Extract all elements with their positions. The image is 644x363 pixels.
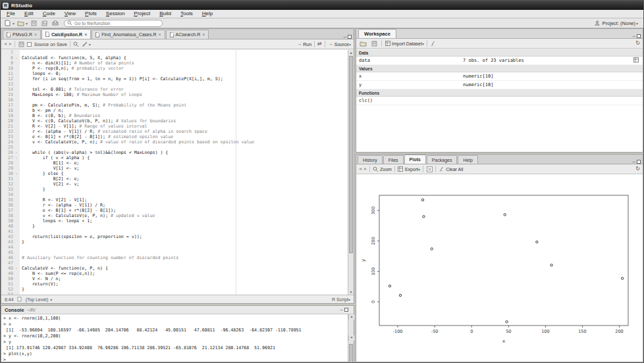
console-header[interactable]: Console ~/R/ – [1, 306, 354, 314]
source-button[interactable]: → Source ▾ [328, 41, 351, 47]
menu-code[interactable]: Code [38, 10, 60, 18]
minimize-icon[interactable]: – [340, 308, 343, 312]
scope-selector[interactable]: (Top Level) [26, 297, 49, 302]
tab-plots[interactable]: Plots [404, 155, 426, 164]
console-line[interactable]: [1] -53.96694 108.16597 -66.14985 204.14… [3, 327, 348, 333]
workspace-object-row[interactable]: xnumeric[10] [356, 72, 643, 81]
forward-icon[interactable]: ▸ [9, 41, 12, 47]
source-on-save-checkbox[interactable] [27, 42, 32, 47]
code-line[interactable]: 47 [1, 260, 348, 266]
code-line[interactable]: 20 V <- c(0, CalculateV(b, P, n)); # Val… [1, 118, 348, 124]
minimize-icon[interactable]: – [633, 160, 635, 164]
code-line[interactable]: 7 [1, 50, 348, 55]
console-line[interactable]: > y [3, 339, 348, 345]
workspace-object-row[interactable]: data7 obs. of 23 variables [356, 57, 643, 65]
scroll-up-icon[interactable]: ▲ [348, 50, 354, 55]
fold-marker[interactable]: - [14, 55, 20, 60]
code-line[interactable]: 16 [1, 97, 348, 103]
code-line[interactable]: 37 e <- B[1] + r*(B[2] - B[1]); [1, 208, 348, 213]
project-selector[interactable]: Project: (None) ▾ [595, 19, 641, 27]
code-line[interactable]: 30- } else { [1, 171, 348, 176]
new-file-icon[interactable] [3, 19, 12, 27]
console-line[interactable]: > x <- rnorm(10,1,100) [3, 316, 348, 322]
code-line[interactable]: 29 V[1] <- v; [1, 166, 348, 171]
code-line[interactable]: 36 r <- (alpha - V[1]) / R; [1, 203, 348, 208]
run-button[interactable]: → Run [296, 41, 311, 47]
menu-view[interactable]: View [60, 10, 80, 18]
code-line[interactable]: 11 loops <- 0; [1, 71, 348, 76]
minimize-icon[interactable]: – [633, 34, 635, 38]
code-line[interactable]: 27- if ( v < alpha ) { [1, 155, 348, 160]
load-workspace-icon[interactable] [359, 39, 367, 47]
view-data-grid-icon[interactable] [633, 57, 639, 64]
maximize-icon[interactable] [344, 308, 348, 312]
tab-files[interactable]: Files [383, 155, 404, 164]
code-line[interactable]: 41 [1, 229, 348, 234]
code-line[interactable]: 32 V[2] <- v; [1, 182, 348, 187]
tab-packages[interactable]: Packages [427, 155, 458, 164]
editor-tab-calcepsilon.r[interactable]: CalcEpsilon.R× [41, 29, 91, 39]
code-line[interactable]: 12 for (i in seq(from = 1, to = n, by = … [1, 76, 348, 82]
scroll-down-icon[interactable]: ▼ [348, 289, 354, 295]
code-line[interactable]: 10 P <- rep(0,n); # probability vector [1, 66, 348, 71]
code-line[interactable]: 42 return(list(epsilon = e, proportion =… [1, 234, 348, 239]
refresh-icon[interactable]: ↻ [635, 166, 640, 172]
close-icon[interactable]: × [84, 32, 87, 37]
console-line[interactable]: > y <- rnorm(10,2,200) [3, 333, 348, 339]
menu-edit[interactable]: Edit [20, 10, 38, 18]
scroll-thumb[interactable] [349, 344, 353, 363]
tab-history[interactable]: History [358, 155, 383, 164]
code-line[interactable]: 28 B[1] <- e; [1, 160, 348, 166]
console-line[interactable]: > x [3, 322, 348, 327]
save-icon[interactable] [30, 19, 38, 27]
code-line[interactable]: 49 N <- sum(P <= rep(e,n)); [1, 271, 348, 276]
fold-marker[interactable]: - [14, 150, 20, 155]
code-line[interactable]: 14 tol <- 0.001; # Tolerance for error [1, 87, 348, 92]
goto-file-function-box[interactable] [64, 20, 163, 27]
code-line[interactable]: 33 } [1, 187, 348, 192]
import-dataset-button[interactable]: Import Dataset ▾ [385, 39, 424, 47]
console-scrollbar[interactable]: ▲ ▼ [348, 314, 354, 362]
code-line[interactable]: 39 loops <- loops + 1; [1, 218, 348, 224]
menu-tools[interactable]: Tools [176, 10, 198, 18]
maximize-icon[interactable] [637, 160, 641, 164]
code-line[interactable]: 19 B <- c(0, b); # Boundaries [1, 113, 348, 118]
editor-tab-pmvsg.r[interactable]: PMvsG.R× [3, 30, 41, 39]
workspace-object-row[interactable]: clc() [356, 97, 643, 105]
fold-marker[interactable]: - [14, 155, 20, 160]
code-line[interactable]: 26- while ( (abs(v-alpha) > tol)&&(loops… [1, 150, 348, 155]
code-line[interactable]: 46# Auxiliary function for counting numb… [1, 255, 348, 260]
close-icon[interactable]: × [202, 32, 205, 37]
remove-plot-icon[interactable] [426, 165, 433, 173]
clear-all-plots-button[interactable]: Clear All [439, 165, 463, 173]
console-line[interactable]: [1] 173.91746 120.42987 334.92408 76.992… [3, 345, 348, 351]
save-workspace-icon[interactable] [370, 39, 379, 47]
code-line[interactable]: 38 v <- CalculateV(e, P, n); # updated v… [1, 213, 348, 218]
fold-marker[interactable]: - [14, 171, 20, 176]
save-file-icon[interactable] [18, 40, 24, 48]
maximize-icon[interactable] [637, 34, 641, 38]
maximize-icon[interactable] [348, 35, 352, 39]
tab-help[interactable]: Help [458, 155, 477, 164]
next-plot-icon[interactable]: ▸ [364, 166, 367, 172]
workspace-object-row[interactable]: ynumeric[10] [356, 81, 643, 89]
console-output[interactable]: > x <- rnorm(10,1,100)> x [1] -53.96694 … [1, 314, 348, 362]
scroll-down-icon[interactable]: ▼ [348, 335, 354, 341]
console-line[interactable]: > plot(x,y) [3, 351, 348, 357]
code-line[interactable]: 24 v <- CalculateV(e, P, n); # value of … [1, 139, 348, 145]
magnifier-icon[interactable] [73, 40, 79, 48]
menu-plots[interactable]: Plots [80, 10, 101, 18]
open-file-icon[interactable] [16, 19, 25, 27]
code-tools-wand-icon[interactable] [82, 40, 88, 48]
code-line[interactable]: 31 B[2] <- e; [1, 176, 348, 182]
clear-workspace-broom-icon[interactable] [430, 39, 436, 47]
code-line[interactable]: 50 V <- N / n; [1, 276, 348, 281]
code-line[interactable]: 21 R <- V[2] - V[1]; # Range of values i… [1, 124, 348, 129]
code-line[interactable]: 44 [1, 245, 348, 250]
menu-project[interactable]: Project [129, 10, 155, 18]
close-icon[interactable]: × [158, 32, 161, 37]
save-all-icon[interactable] [40, 19, 49, 27]
rerun-icon[interactable]: ⇄ [317, 41, 322, 47]
menu-file[interactable]: File [2, 10, 20, 18]
code-line[interactable]: 13 [1, 82, 348, 87]
